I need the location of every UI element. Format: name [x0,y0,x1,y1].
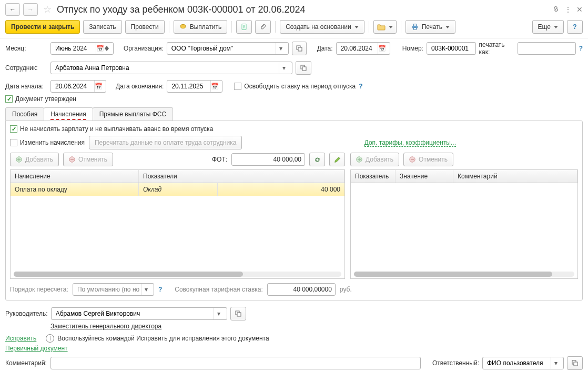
no-pay-checkbox[interactable]: Не начислять зарплату и не выплачивать а… [10,125,213,133]
coins-icon [179,23,187,31]
calendar-icon[interactable]: 📅 [96,43,104,54]
kebab-icon[interactable]: ⋮ [564,5,572,14]
svg-rect-14 [237,313,241,316]
primary-doc-link[interactable]: Первичный документ [5,345,68,352]
plus-icon [16,156,22,163]
plus-icon [356,156,362,163]
document-icon-button[interactable] [236,20,252,34]
help-icon[interactable]: ? [359,83,362,90]
head-input[interactable]: ▾ [51,307,227,320]
svg-rect-2 [412,26,417,28]
th-indicators[interactable]: Показатели [139,170,344,183]
cancel-left-button[interactable]: Отменить [63,153,113,166]
number-label: Номер: [402,45,423,52]
approved-checkbox[interactable]: Документ утвержден [5,95,76,103]
comment-input[interactable] [50,357,421,369]
help-icon[interactable]: ? [158,286,162,293]
edit-button[interactable] [329,153,345,166]
spinner-icon[interactable] [104,43,109,54]
th-indicator[interactable]: Показатель [351,170,396,183]
tab-fss[interactable]: Прямые выплаты ФСС [93,107,173,121]
link-icon[interactable] [552,5,560,15]
folder-dropdown-button[interactable] [373,20,397,34]
position-link[interactable]: Заместитель генерального директора [50,323,161,330]
chevron-down-icon[interactable]: ▾ [276,43,285,54]
print-button[interactable]: Печать [405,20,455,34]
minus-icon [409,156,415,163]
tab-accruals[interactable]: Начисления [44,107,93,121]
help-button[interactable]: ? [567,20,583,34]
calendar-icon[interactable]: 📅 [210,81,219,92]
reread-button[interactable]: Перечитать данные по оплате труда сотруд… [89,136,242,149]
responsible-open-button[interactable] [567,356,583,370]
print-as-input[interactable] [518,42,575,55]
attach-button[interactable] [255,20,271,34]
post-and-close-label: Провести и закрыть [11,23,74,31]
post-and-close-button[interactable]: Провести и закрыть [5,20,80,34]
svg-rect-4 [413,28,416,30]
responsible-input[interactable]: ▾ [482,357,564,369]
th-value[interactable]: Значение [396,170,453,183]
comment-label: Комментарий: [5,359,47,367]
help-icon[interactable]: ? [579,45,583,52]
add-right-button[interactable]: Добавить [350,153,399,166]
fot-input[interactable]: 40 000,00 [231,153,305,166]
fot-label: ФОТ: [212,156,227,163]
head-open-button[interactable] [230,307,246,320]
org-input[interactable]: ▾ [167,42,289,55]
org-open-button[interactable] [292,42,307,55]
svg-rect-7 [301,65,305,69]
free-rate-checkbox[interactable]: Освободить ставку на период отпуска [234,83,356,90]
tab-benefits[interactable]: Пособия [5,107,44,121]
back-button[interactable]: ← [5,3,20,16]
folder-icon [377,23,386,31]
org-label: Организация: [124,45,164,52]
add-left-button[interactable]: Добавить [10,153,59,166]
chevron-down-icon[interactable]: ▾ [551,357,560,369]
h-scrollbar[interactable] [354,272,574,277]
month-input[interactable]: 📅 [50,42,114,55]
th-comment[interactable]: Комментарий [453,170,577,183]
more-button[interactable]: Еще [532,20,564,34]
chevron-down-icon[interactable]: ▾ [279,62,289,74]
svg-rect-15 [572,360,576,364]
svg-rect-3 [413,24,416,26]
recalc-order-input[interactable]: ▾ [73,283,154,296]
fix-link[interactable]: Исправить [5,335,36,342]
pay-button[interactable]: Выплатить [174,20,228,34]
cancel-right-button[interactable]: Отменить [403,153,453,166]
svg-rect-8 [302,67,306,71]
th-accrual[interactable]: Начисление [11,170,139,183]
refresh-button[interactable] [309,153,325,166]
tariffs-link[interactable]: Доп. тарифы, коэффициенты... [364,139,456,147]
h-scrollbar[interactable] [14,272,341,277]
accruals-table: Начисление Показатели Оплата по окладу О… [10,169,345,279]
date-input[interactable]: 📅 [336,42,390,55]
date-label: Дата: [317,45,333,52]
head-label: Руководитель: [5,310,48,317]
recalc-order-label: Порядок пересчета: [10,286,68,293]
change-accruals-checkbox[interactable]: Изменить начисления [10,139,85,146]
chevron-down-icon[interactable]: ▾ [141,284,150,295]
write-button[interactable]: Записать [83,20,121,34]
favorite-icon[interactable]: ☆ [43,4,52,15]
create-based-button[interactable]: Создать на основании [280,20,364,34]
employee-open-button[interactable] [296,61,311,75]
employee-label: Сотрудник: [5,64,47,72]
svg-rect-5 [297,46,300,49]
chevron-down-icon[interactable]: ▾ [214,308,224,319]
total-rate-input[interactable]: 40 000,00000 [267,283,336,296]
post-button[interactable]: Провести [125,20,165,34]
table-row[interactable]: Оплата по окладу Оклад 40 000 [11,183,344,196]
employee-input[interactable]: ▾ [50,62,292,74]
date-end-input[interactable]: 📅 [167,80,222,93]
calendar-icon[interactable]: 📅 [378,43,386,54]
rub-label: руб. [340,286,352,293]
date-start-input[interactable]: 📅 [50,80,106,93]
number-input[interactable] [427,42,476,55]
forward-button[interactable]: → [23,3,38,16]
calendar-icon[interactable]: 📅 [94,81,103,92]
close-icon[interactable]: ✕ [576,5,583,14]
svg-point-12 [410,157,415,162]
minus-icon [69,156,75,163]
